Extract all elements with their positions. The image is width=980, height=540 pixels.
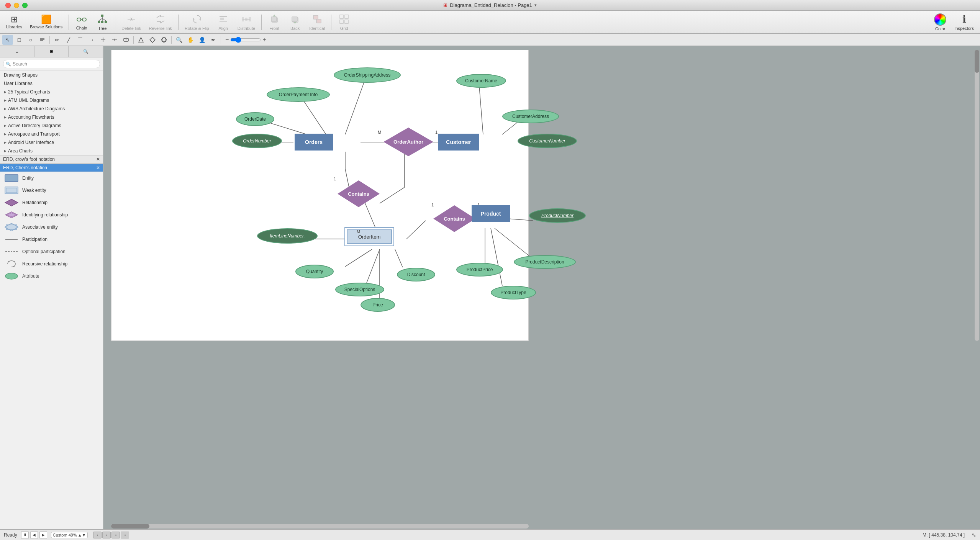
node-discount[interactable]: Discount (397, 268, 435, 281)
insert-tool[interactable] (121, 35, 131, 45)
erd-chens-close[interactable]: ✕ (96, 165, 100, 170)
node-order-payment-info[interactable]: OrderPayment Info (267, 87, 330, 102)
sidebar-item-accounting[interactable]: ▶ Accounting Flowcharts (0, 113, 103, 121)
node-customer-address[interactable]: CustomerAddress (502, 110, 559, 123)
shape-associative[interactable]: Associative entity (0, 221, 103, 233)
node-product-price[interactable]: ProductPrice (456, 263, 503, 277)
node-item-line-number[interactable]: ItemLineNumber. (257, 228, 318, 244)
select-tool[interactable]: ↖ (2, 35, 13, 45)
align-button[interactable]: Align (214, 12, 233, 32)
reverse-link-button[interactable]: Reverse link (146, 12, 175, 32)
split-tool[interactable] (109, 35, 120, 45)
pan-tool[interactable]: ✋ (185, 35, 196, 45)
pause-button[interactable]: ⏸ (21, 531, 29, 539)
sidebar-item-active-directory[interactable]: ▶ Active Directory Diagrams (0, 121, 103, 130)
zoom-magnify-tool[interactable]: 🔍 (174, 35, 184, 45)
node-contains1[interactable]: Contains (338, 180, 380, 207)
shape-participation[interactable]: Participation (0, 233, 103, 245)
maximize-button[interactable] (22, 3, 28, 8)
arrow-tool[interactable]: → (86, 35, 97, 45)
shape-entity[interactable]: Entity (0, 172, 103, 184)
delete-link-button[interactable]: Delete link (118, 12, 144, 32)
fit-page-button[interactable]: ⤡ (972, 532, 976, 538)
sidebar-search-tab[interactable]: 🔍 (69, 46, 103, 57)
vertical-scrollbar[interactable] (975, 50, 979, 341)
rotate-flip-button[interactable]: Rotate & Flip (182, 12, 212, 32)
sidebar-item-drawing-shapes[interactable]: Drawing Shapes (0, 71, 103, 79)
shape-relationship[interactable]: Relationship (0, 196, 103, 209)
zoom-slider[interactable] (230, 37, 261, 43)
node-order-item[interactable]: OrderItem (344, 227, 394, 246)
zoom-dropdown[interactable]: Custom 49% ▲▼ (51, 532, 88, 538)
node-orders[interactable]: Orders (295, 134, 333, 151)
erd-crows-foot-close[interactable]: ✕ (96, 157, 100, 162)
distribute-button[interactable]: Distribute (234, 12, 258, 32)
erd-chens-header[interactable]: ERD, Chen's notation ✕ (0, 164, 103, 172)
grid-button[interactable]: Grid (334, 12, 354, 32)
node-product[interactable]: Product (472, 205, 510, 222)
node-order-date[interactable]: OrderDate (236, 112, 274, 126)
sidebar-item-user-libraries[interactable]: User Libraries (0, 79, 103, 88)
rect-tool[interactable]: □ (14, 35, 25, 45)
color-button[interactable]: Color (931, 12, 950, 33)
identical-button[interactable]: Identical (306, 12, 328, 32)
node-price[interactable]: Price (361, 298, 395, 312)
node-order-author[interactable]: OrderAuthor (383, 128, 433, 156)
sidebar-item-android[interactable]: ▶ Android User Interface (0, 138, 103, 147)
connector-tool[interactable] (98, 35, 108, 45)
inspectors-button[interactable]: ℹ Inspectors (951, 12, 977, 33)
minimize-button[interactable] (14, 3, 19, 8)
front-button[interactable]: Front (265, 12, 284, 32)
node-customer-number[interactable]: CustomerNumber (518, 134, 577, 148)
node-product-number[interactable]: ProductNumber (529, 208, 586, 223)
next-page-button[interactable]: ▶ (39, 531, 47, 539)
search-input[interactable] (3, 60, 100, 68)
custom1-tool[interactable] (136, 35, 146, 45)
custom3-tool[interactable] (159, 35, 169, 45)
node-special-options[interactable]: SpecialOptions (335, 283, 384, 296)
horizontal-scrollbar[interactable] (111, 524, 529, 529)
shape-attribute[interactable]: Attribute (0, 270, 103, 282)
sidebar-item-area-charts[interactable]: ▶ Area Charts (0, 147, 103, 155)
node-customer[interactable]: Customer (438, 134, 479, 151)
node-quantity[interactable]: Quantity (295, 265, 334, 278)
zoom-in-icon[interactable]: + (262, 36, 266, 43)
shape-optional-participation[interactable]: Optional participation (0, 245, 103, 258)
node-order-shipping-address[interactable]: OrderShippingAddress (334, 67, 401, 83)
prev-page-button[interactable]: ◀ (30, 531, 38, 539)
browse-solutions-button[interactable]: 🟧 Browse Solutions (27, 14, 66, 31)
page-view-1[interactable]: ▪ (93, 532, 102, 538)
line-tool[interactable]: ╱ (63, 35, 74, 45)
shape-recursive-rel[interactable]: Recursive relationship (0, 258, 103, 270)
node-contains2[interactable]: Contains (433, 205, 475, 232)
libraries-button[interactable]: ⊞ Libraries (3, 14, 25, 31)
ellipse-tool[interactable]: ○ (25, 35, 36, 45)
node-product-type[interactable]: ProductType (491, 286, 536, 299)
freehand-tool[interactable]: ✏ (52, 35, 62, 45)
page-view-3[interactable]: ▪ (111, 532, 120, 538)
page-view-4[interactable]: ▪ (121, 532, 129, 538)
shape-identifying-rel[interactable]: Identifying relationship (0, 209, 103, 221)
node-customer-name[interactable]: CustomerName (456, 74, 506, 88)
sidebar-item-aerospace[interactable]: ▶ Aerospace and Transport (0, 130, 103, 138)
user-tool[interactable]: 👤 (197, 35, 207, 45)
back-button[interactable]: Back (285, 12, 305, 32)
sidebar-list-tab[interactable]: ≡ (0, 46, 34, 57)
sidebar-item-aws[interactable]: ▶ AWS Architecture Diagrams (0, 105, 103, 113)
node-order-number[interactable]: OrderNumber (232, 134, 282, 148)
zoom-out-icon[interactable]: − (225, 36, 229, 43)
sidebar-item-atm-uml[interactable]: ▶ ATM UML Diagrams (0, 96, 103, 105)
text-tool[interactable] (37, 35, 48, 45)
pen-tool[interactable]: ✒ (208, 35, 219, 45)
diagram-canvas[interactable]: OrderShippingAddress OrderPayment Info C… (111, 50, 529, 341)
tree-button[interactable]: Tree (93, 12, 112, 32)
sidebar-item-orgcharts[interactable]: ▶ 25 Typical Orgcharts (0, 88, 103, 96)
curve-tool[interactable]: ⌒ (75, 35, 85, 45)
shape-weak-entity[interactable]: Weak entity (0, 184, 103, 196)
sidebar-grid-tab[interactable]: ⊞ (34, 46, 69, 57)
page-view-2[interactable]: ▪ (102, 532, 111, 538)
erd-crows-foot-header[interactable]: ERD, crow's foot notation ✕ (0, 155, 103, 164)
close-button[interactable] (5, 3, 11, 8)
node-product-description[interactable]: ProductDescription (514, 255, 576, 269)
custom2-tool[interactable] (147, 35, 158, 45)
